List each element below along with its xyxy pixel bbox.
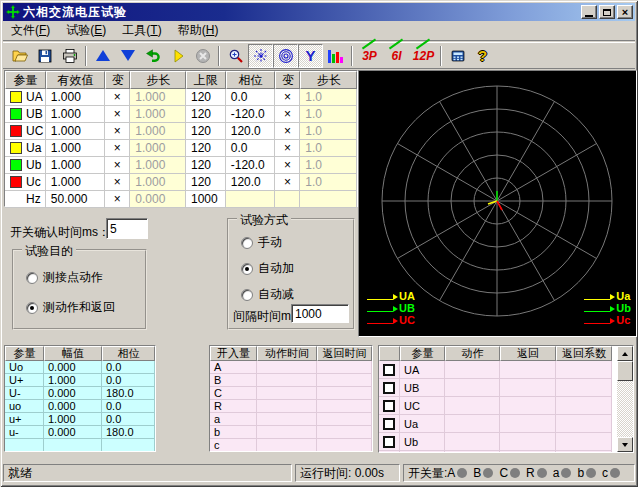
scroll-down-button[interactable] xyxy=(617,437,633,452)
zoom-button[interactable] xyxy=(223,44,248,68)
vary-cell[interactable]: × xyxy=(275,106,300,123)
step-cell[interactable]: 0.000 xyxy=(130,191,186,208)
reset-button[interactable] xyxy=(140,44,165,68)
calculator-button[interactable] xyxy=(445,44,470,68)
lower-button[interactable] xyxy=(115,44,140,68)
vertical-scrollbar[interactable] xyxy=(617,346,633,452)
step-cell[interactable]: 1.0 xyxy=(300,106,357,123)
radio-contact-action[interactable]: 测接点动作 xyxy=(26,269,103,286)
color-swatch xyxy=(10,142,22,154)
limit-cell[interactable]: 1000 xyxy=(186,191,226,208)
step-cell[interactable]: 1.000 xyxy=(130,174,186,191)
radio-action-return[interactable]: 测动作和返回 xyxy=(26,299,115,316)
mode-6i-button[interactable]: 6I xyxy=(383,44,410,68)
radio-auto-increase[interactable]: 自动加 xyxy=(241,260,294,277)
phase-cell[interactable]: 0.0 xyxy=(226,140,276,157)
switch-indicator: b xyxy=(577,466,596,480)
phase-cell[interactable]: 0.0 xyxy=(226,89,276,106)
maximize-button[interactable] xyxy=(599,5,615,19)
close-button[interactable]: × xyxy=(617,5,633,19)
step-cell[interactable]: 1.000 xyxy=(130,140,186,157)
rms-cell[interactable]: 50.000 xyxy=(46,191,106,208)
mode-12p-button[interactable]: 12P xyxy=(410,44,437,68)
checkbox[interactable] xyxy=(383,364,395,376)
step-cell[interactable]: 1.000 xyxy=(130,89,186,106)
vary-cell[interactable]: × xyxy=(105,89,130,106)
radio-icon xyxy=(241,289,253,301)
up-arrow-icon xyxy=(622,352,628,356)
print-button[interactable] xyxy=(57,44,82,68)
vary-cell[interactable]: × xyxy=(275,89,300,106)
vary-cell[interactable]: × xyxy=(275,157,300,174)
limit-cell[interactable]: 120 xyxy=(186,123,226,140)
vector-diagram-button[interactable]: Y xyxy=(298,44,323,68)
switch-confirm-input[interactable] xyxy=(106,218,148,239)
checkbox[interactable] xyxy=(383,400,395,412)
param-cell: Hz xyxy=(5,191,46,208)
step-cell[interactable]: 1.0 xyxy=(300,140,357,157)
polar-grid-icon xyxy=(253,48,269,64)
rms-cell[interactable]: 1.000 xyxy=(46,140,106,157)
circle-diagram-button[interactable] xyxy=(273,44,298,68)
mode-3p-button[interactable]: 3P xyxy=(356,44,383,68)
step-cell[interactable]: 1.000 xyxy=(130,106,186,123)
bar-chart-button[interactable] xyxy=(323,44,348,68)
vary-cell[interactable]: × xyxy=(105,157,130,174)
polar-grid-button[interactable] xyxy=(248,44,273,68)
scrollbar-thumb[interactable] xyxy=(617,361,633,381)
limit-cell[interactable]: 120 xyxy=(186,140,226,157)
rms-cell[interactable]: 1.000 xyxy=(46,106,106,123)
step-cell[interactable]: 1.0 xyxy=(300,174,357,191)
start-button[interactable] xyxy=(165,44,190,68)
checkbox[interactable] xyxy=(383,436,395,448)
rms-cell[interactable]: 1.000 xyxy=(46,89,106,106)
step-cell[interactable]: 1.000 xyxy=(130,123,186,140)
checkbox[interactable] xyxy=(383,382,395,394)
interval-input[interactable] xyxy=(291,304,349,323)
radio-manual[interactable]: 手动 xyxy=(241,234,282,251)
col-header: 参量 xyxy=(5,71,46,89)
vary-cell[interactable]: × xyxy=(105,174,130,191)
vary-cell[interactable]: × xyxy=(105,123,130,140)
group-title: 试验方式 xyxy=(237,212,291,229)
menu-help[interactable]: 帮助(H) xyxy=(170,20,227,41)
phase-cell[interactable]: 120.0 xyxy=(226,123,276,140)
raise-button[interactable] xyxy=(90,44,115,68)
step-cell[interactable]: 1.0 xyxy=(300,89,357,106)
menu-file[interactable]: 文件(F) xyxy=(3,20,58,41)
stop-button[interactable] xyxy=(190,44,215,68)
minimize-button[interactable] xyxy=(581,5,597,19)
menu-test[interactable]: 试验(E) xyxy=(58,20,114,41)
radio-auto-decrease[interactable]: 自动减 xyxy=(241,286,294,303)
phase-cell[interactable]: -120.0 xyxy=(226,157,276,174)
step-cell[interactable]: 1.0 xyxy=(300,157,357,174)
table-row: UA 1.000 × 1.000 120 0.0 × 1.0 xyxy=(5,89,357,106)
vary-cell xyxy=(275,191,300,208)
limit-cell[interactable]: 120 xyxy=(186,157,226,174)
help-button[interactable]: ? xyxy=(470,44,495,68)
limit-cell[interactable]: 120 xyxy=(186,89,226,106)
open-button[interactable] xyxy=(7,44,32,68)
col-header: 动作时间 xyxy=(257,346,317,361)
switch-indicator: c xyxy=(602,466,620,480)
limit-cell[interactable]: 120 xyxy=(186,174,226,191)
phase-cell[interactable]: -120.0 xyxy=(226,106,276,123)
vary-cell[interactable]: × xyxy=(275,174,300,191)
checkbox[interactable] xyxy=(383,418,395,430)
rms-cell[interactable]: 1.000 xyxy=(46,174,106,191)
save-button[interactable] xyxy=(32,44,57,68)
step-cell[interactable]: 1.0 xyxy=(300,123,357,140)
step-cell[interactable]: 1.000 xyxy=(130,157,186,174)
down-arrow-icon xyxy=(622,443,628,447)
rms-cell[interactable]: 1.000 xyxy=(46,123,106,140)
vary-cell[interactable]: × xyxy=(105,191,130,208)
scroll-up-button[interactable] xyxy=(617,346,633,361)
vary-cell[interactable]: × xyxy=(275,140,300,157)
rms-cell[interactable]: 1.000 xyxy=(46,157,106,174)
phase-cell[interactable]: 120.0 xyxy=(226,174,276,191)
menu-tools[interactable]: 工具(T) xyxy=(114,20,169,41)
vary-cell[interactable]: × xyxy=(105,140,130,157)
vary-cell[interactable]: × xyxy=(105,106,130,123)
limit-cell[interactable]: 120 xyxy=(186,106,226,123)
vary-cell[interactable]: × xyxy=(275,123,300,140)
